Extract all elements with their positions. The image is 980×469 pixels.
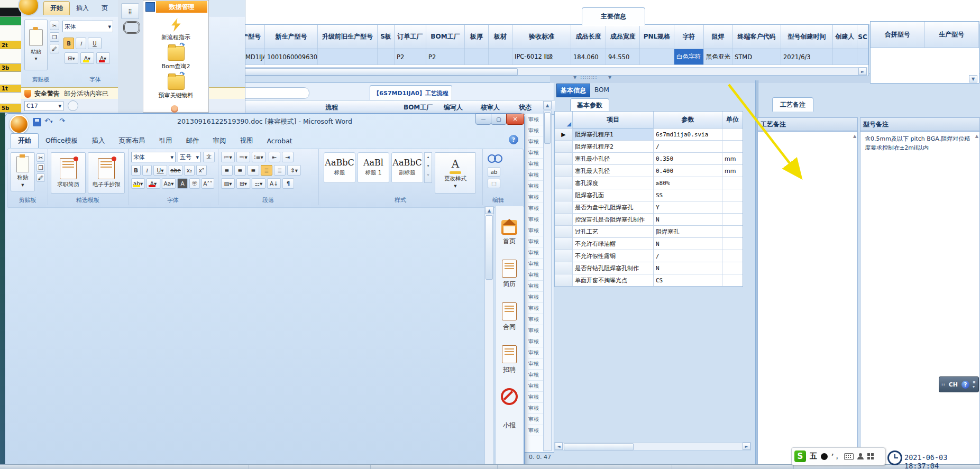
- scroll-left-icon[interactable]: ◄: [555, 443, 563, 450]
- underline-button[interactable]: U▾: [153, 165, 167, 176]
- grid-cell-13[interactable]: 白色字符: [674, 49, 704, 65]
- param-value[interactable]: N: [654, 238, 722, 250]
- scroll-right-icon[interactable]: ►: [743, 443, 750, 450]
- row-marker[interactable]: [555, 177, 573, 189]
- flow-row[interactable]: 审核: [528, 280, 543, 292]
- params-select-all[interactable]: ◢: [555, 112, 573, 128]
- flow-row[interactable]: 审核: [528, 236, 543, 247]
- word-tab-5[interactable]: 引用: [152, 134, 179, 148]
- param-value[interactable]: 6s7md1ija0.svia: [654, 128, 722, 141]
- show-marks-icon[interactable]: ¶: [282, 178, 294, 189]
- style-card-2[interactable]: AaBl标题 1: [358, 152, 389, 183]
- bold-button[interactable]: B: [131, 165, 141, 176]
- toolbox-item-3[interactable]: 预审关键物料: [143, 75, 208, 99]
- flow-row[interactable]: 审核: [528, 314, 543, 325]
- grid-col-2[interactable]: 新生产型号: [265, 25, 318, 49]
- grid-col-10[interactable]: 成品长度: [571, 25, 606, 49]
- grid-cell-4[interactable]: [378, 49, 395, 65]
- grid-col-18[interactable]: SC: [857, 25, 868, 49]
- sidebar-item-1[interactable]: 首页: [496, 220, 523, 246]
- param-row-10[interactable]: 不允许有绿油帽N: [555, 238, 743, 250]
- flow-row[interactable]: 审核: [528, 225, 543, 236]
- params-col-item[interactable]: 项目: [573, 112, 654, 128]
- word-title-bar[interactable]: ↶▾ ↷ 20130916122519390.doc [兼容模式] - Micr…: [5, 114, 524, 133]
- underline-button[interactable]: U: [88, 38, 102, 49]
- highlight-button[interactable]: ab▾: [131, 178, 145, 189]
- main-info-tab[interactable]: 主要信息: [582, 7, 645, 26]
- line-spacing-icon[interactable]: ⇕▾: [287, 165, 301, 176]
- scroll-up-icon[interactable]: ▲: [975, 134, 978, 139]
- paste-button[interactable]: 粘贴▾: [24, 20, 48, 70]
- ime-shape-icon[interactable]: [821, 453, 828, 460]
- style-card-3[interactable]: AaBbC副标题: [391, 152, 423, 183]
- row-marker[interactable]: [555, 226, 573, 238]
- grid-col-9[interactable]: 验收标准: [512, 25, 571, 49]
- bold-button[interactable]: B: [63, 38, 74, 49]
- row-marker[interactable]: [555, 250, 573, 262]
- shading-icon[interactable]: ▨▾: [221, 178, 235, 189]
- resume-template-button[interactable]: 求职简历: [51, 152, 86, 194]
- word-tab-1[interactable]: 开始: [11, 133, 39, 148]
- row-marker[interactable]: [555, 274, 573, 287]
- param-row-12[interactable]: 是否背钻孔阻焊塞孔制作N: [555, 262, 743, 274]
- border-button[interactable]: ⊞▾: [65, 52, 78, 64]
- grid-col-7[interactable]: 板厚: [465, 25, 489, 49]
- param-row-13[interactable]: 单面开窗不掏曝光点CS: [555, 274, 743, 287]
- toolbox-grid-icon[interactable]: [867, 453, 874, 459]
- tab-basic-info[interactable]: 基本信息: [556, 84, 590, 97]
- params-scroll-thumb[interactable]: [564, 443, 634, 450]
- sidebar-item-4[interactable]: 招聘: [496, 345, 523, 374]
- strikethrough-button[interactable]: abe: [169, 165, 182, 176]
- grid-cell-18[interactable]: [857, 49, 868, 65]
- phonetic-guide-button[interactable]: 文: [203, 152, 215, 162]
- flow-row[interactable]: 审核: [528, 114, 543, 125]
- flow-row[interactable]: 审核: [528, 158, 543, 170]
- flow-row[interactable]: 审核: [528, 136, 543, 148]
- word-tab-3[interactable]: 插入: [85, 134, 112, 148]
- param-row-2[interactable]: 阻焊塞孔程序2/: [555, 141, 743, 153]
- param-row-3[interactable]: 塞孔最小孔径0.350mm: [555, 153, 743, 165]
- flow-row[interactable]: 审核: [528, 391, 543, 403]
- param-row-5[interactable]: 塞孔深度≥80%: [555, 177, 743, 189]
- copy-icon[interactable]: ❐: [50, 32, 59, 42]
- flow-row[interactable]: 审核: [528, 302, 543, 314]
- justify-icon[interactable]: ≣: [261, 165, 272, 176]
- param-row-6[interactable]: 阻焊塞孔面SS: [555, 189, 743, 201]
- row-marker[interactable]: [555, 214, 573, 226]
- lang-label[interactable]: CH: [949, 381, 958, 388]
- flow-row[interactable]: 审核: [528, 347, 543, 358]
- word-tab-9[interactable]: Acrobat: [260, 134, 299, 148]
- grid-cell-9[interactable]: IPC-6012 Ⅱ级: [512, 49, 571, 65]
- sidebar-item-3[interactable]: 合同: [496, 302, 523, 332]
- word-scroll-thumb[interactable]: [486, 215, 493, 280]
- word-tab-8[interactable]: 视图: [233, 134, 260, 148]
- word-tab-2[interactable]: Office模板: [39, 134, 85, 148]
- flow-window-tab[interactable]: 【6S7MD1IJA0】工艺流程: [370, 85, 452, 100]
- grid-cell-15[interactable]: STMD: [732, 49, 781, 65]
- drag-grip-icon[interactable]: ⁞⁞: [941, 382, 946, 387]
- param-value[interactable]: /: [654, 141, 722, 153]
- change-case-button[interactable]: Aa▾: [162, 178, 176, 189]
- numbering-icon[interactable]: ≕▾: [236, 152, 250, 162]
- param-value[interactable]: SS: [654, 189, 722, 201]
- grid-cell-3[interactable]: [318, 49, 378, 65]
- enclose-character-button[interactable]: ㊥: [189, 178, 200, 189]
- decrease-indent-icon[interactable]: ⇤: [269, 152, 280, 162]
- scroll-right-icon[interactable]: ►: [858, 68, 867, 75]
- param-value[interactable]: N: [654, 262, 722, 274]
- flow-row[interactable]: 审核: [528, 269, 543, 281]
- align-right-icon[interactable]: ≡: [248, 165, 259, 176]
- flow-row[interactable]: 审核: [528, 380, 543, 392]
- grid-data-row[interactable]: 6S7MD1IJA010010600096300P2P2IPC-6012 Ⅱ级1…: [232, 49, 868, 65]
- word-v-scrollbar[interactable]: ▲: [484, 206, 494, 465]
- flow-row[interactable]: 审核: [528, 413, 543, 425]
- flow-row[interactable]: 审核: [528, 125, 543, 136]
- grid-cell-16[interactable]: 2021/6/3: [781, 49, 833, 65]
- character-border-button[interactable]: A: [177, 178, 188, 189]
- model-remark-body[interactable]: ▲ ▲ 含0.5mm及以下 pitch BGA,阻焊对位精度要求控制在±2mil…: [860, 131, 980, 465]
- grid-col-17[interactable]: 创建人: [833, 25, 857, 49]
- word-paste-button[interactable]: 粘贴▾: [11, 152, 35, 191]
- grid-col-8[interactable]: 板材: [489, 25, 512, 49]
- cell-reference-box[interactable]: C17▾: [24, 101, 63, 111]
- soft-keyboard-icon[interactable]: [844, 453, 854, 460]
